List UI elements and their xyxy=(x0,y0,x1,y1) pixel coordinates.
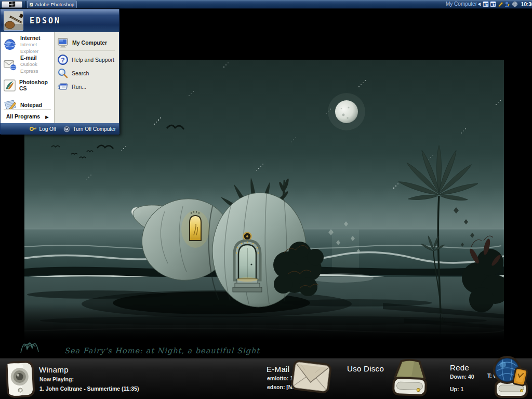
winamp-now-playing-label: Now Playing: xyxy=(39,376,74,382)
network-up-label: Up: 1 xyxy=(450,386,463,392)
notepad-icon xyxy=(3,98,17,112)
winamp-speaker-icon[interactable] xyxy=(4,360,36,398)
bottom-fade xyxy=(24,303,504,340)
task-label: Adobe Photoshop xyxy=(35,2,74,7)
network-title[interactable]: Rede xyxy=(450,363,469,372)
item-label: Search xyxy=(72,70,89,76)
item-label: E-mail xyxy=(20,55,54,61)
start-menu: EDSON InternetInternet Explorer xyxy=(0,9,119,134)
winamp-track: 1. John Coltrane - Summertime (11:35) xyxy=(39,385,139,392)
network-down-label: Down: 40 xyxy=(450,374,474,380)
item-label: Run... xyxy=(72,84,86,90)
search-icon xyxy=(57,68,69,79)
start-menu-left-column: InternetInternet Explorer E-mailOutlook … xyxy=(1,32,54,123)
start-menu-username: EDSON xyxy=(30,16,61,25)
winamp-title[interactable]: Winamp xyxy=(39,365,69,374)
turn-off-button[interactable]: Turn Off Computer xyxy=(63,126,116,132)
log-off-key-icon xyxy=(30,126,37,132)
photoshop-icon xyxy=(30,2,33,7)
turn-off-label: Turn Off Computer xyxy=(73,126,116,132)
messenger-tray-icon[interactable] xyxy=(504,1,511,7)
network-globe-icon[interactable] xyxy=(490,355,531,399)
taskbar-separator xyxy=(25,1,25,8)
start-menu-item-photoshop[interactable]: Photoshop CS xyxy=(1,77,54,94)
system-tray: < BT BT 10:30 xyxy=(478,1,532,7)
pen-tray-icon[interactable] xyxy=(497,1,503,7)
taskbar-task-photoshop[interactable]: Adobe Photoshop xyxy=(27,1,77,8)
start-menu-footer: Log Off Turn Off Computer xyxy=(1,123,119,135)
all-programs-label: All Programs xyxy=(6,113,40,119)
power-icon xyxy=(63,126,70,132)
run-icon xyxy=(57,81,69,92)
item-label: Help and Support xyxy=(72,57,114,63)
signature-flourish xyxy=(19,337,59,355)
start-menu-item-my-computer[interactable]: My Computer xyxy=(55,36,119,49)
globe-tray-icon[interactable] xyxy=(512,1,518,7)
start-menu-header: EDSON xyxy=(1,9,119,32)
log-off-button[interactable]: Log Off xyxy=(30,126,57,132)
glowing-window xyxy=(181,210,209,248)
item-label: Notepad xyxy=(20,102,42,108)
signature-text: Sea Fairy's Home: at Night, a beautiful … xyxy=(64,347,260,355)
photoshop-cs-icon xyxy=(3,78,16,92)
guitar-avatar-icon xyxy=(4,11,23,31)
toolbar-label: My Computer xyxy=(446,1,477,7)
item-label: My Computer xyxy=(72,39,107,46)
start-menu-right-column: My Computer ? Help and Support xyxy=(54,32,119,123)
email-title[interactable]: E-Mail xyxy=(267,365,289,374)
all-programs-button[interactable]: All Programs▶ xyxy=(1,111,54,122)
desktop: Sea Fairy's Home: at Night, a beautiful … xyxy=(0,0,532,399)
start-menu-item-search[interactable]: Search xyxy=(55,67,119,79)
item-label: Internet xyxy=(20,35,54,41)
wallpaper-signature: Sea Fairy's Home: at Night, a beautiful … xyxy=(19,337,260,355)
log-off-label: Log Off xyxy=(39,126,57,132)
disk-drive-icon[interactable] xyxy=(389,357,431,399)
internet-explorer-icon xyxy=(3,37,17,52)
start-menu-item-run[interactable]: Run... xyxy=(55,81,119,93)
outlook-express-icon xyxy=(3,57,17,72)
tray-collapse-icon[interactable]: < xyxy=(478,2,481,7)
dock-bar: Winamp Now Playing: 1. John Coltrane - S… xyxy=(0,358,532,399)
item-sublabel: Internet Explorer xyxy=(20,42,38,54)
user-avatar xyxy=(4,11,23,31)
help-icon: ? xyxy=(57,54,69,65)
windows-logo-icon xyxy=(9,2,16,7)
taskbar-clock[interactable]: 10:30 xyxy=(521,2,532,7)
start-button[interactable] xyxy=(2,1,22,8)
taskbar-toolbar[interactable]: My Computer ▸ xyxy=(446,1,481,7)
disk-title[interactable]: Uso Disco xyxy=(347,364,384,373)
bittorrent-icon[interactable]: BT xyxy=(483,1,489,7)
moon xyxy=(328,93,365,130)
bittorrent-icon[interactable]: BT xyxy=(490,1,496,7)
help-glyph: ? xyxy=(61,57,64,64)
start-menu-item-email[interactable]: E-mailOutlook Express xyxy=(1,55,54,74)
start-menu-body: InternetInternet Explorer E-mailOutlook … xyxy=(1,32,119,123)
all-programs-arrow-icon: ▶ xyxy=(45,115,48,119)
taskbar: Adobe Photoshop My Computer ▸ < BT BT 10… xyxy=(0,0,532,9)
email-envelope-icon[interactable] xyxy=(289,355,334,398)
start-menu-item-help[interactable]: ? Help and Support xyxy=(55,54,119,66)
my-computer-icon xyxy=(57,37,69,49)
start-menu-separator xyxy=(59,50,115,51)
start-menu-separator xyxy=(4,109,51,110)
item-label: Photoshop CS xyxy=(19,79,54,91)
item-sublabel: Outlook Express xyxy=(20,61,38,74)
start-menu-item-internet[interactable]: InternetInternet Explorer xyxy=(1,35,54,54)
